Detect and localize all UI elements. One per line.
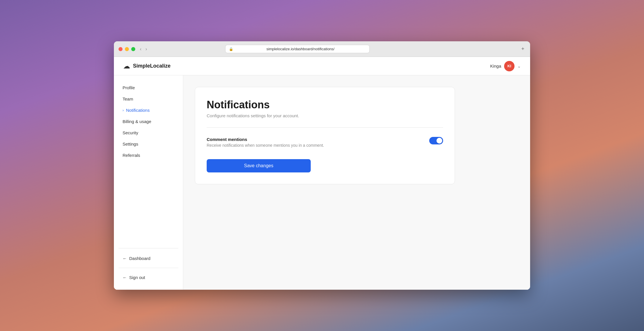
header-right: Kinga KI ⌄ [490, 61, 521, 71]
section-divider [207, 127, 443, 128]
toggle-thumb [436, 138, 442, 144]
sidebar-label-security: Security [123, 130, 138, 135]
sidebar-item-profile[interactable]: Profile [119, 82, 178, 93]
browser-actions: + [520, 45, 525, 53]
back-button[interactable]: ‹ [139, 46, 143, 52]
browser-window: ‹ › 🔒 simplelocalize.io/dashboard/notifi… [114, 41, 530, 290]
sidebar-label-referrals: Referrals [123, 153, 140, 158]
dashboard-arrow-icon: ← [123, 256, 127, 261]
sidebar: Profile Team › Notifications Billing & u… [114, 75, 183, 290]
address-bar[interactable]: 🔒 simplelocalize.io/dashboard/notificati… [225, 45, 370, 53]
page-title: Notifications [207, 99, 443, 111]
sidebar-item-billing[interactable]: Billing & usage [119, 116, 178, 127]
sidebar-footer: ← Dashboard ← Sign out [119, 253, 178, 283]
sidebar-label-notifications: Notifications [126, 108, 150, 113]
sidebar-label-profile: Profile [123, 85, 135, 90]
app-window: ☁ SimpleLocalize Kinga KI ⌄ Profile Team [114, 57, 530, 290]
notification-title: Comment mentions [207, 137, 429, 142]
sidebar-label-settings: Settings [123, 142, 138, 146]
toggle-track [429, 137, 443, 144]
user-avatar[interactable]: KI [504, 61, 515, 71]
content-card: Notifications Configure notifications se… [195, 87, 455, 184]
app-logo: ☁ SimpleLocalize [123, 62, 171, 70]
user-name-label: Kinga [490, 64, 501, 68]
sidebar-item-security[interactable]: Security [119, 127, 178, 138]
notification-desc: Receive notifications when someone menti… [207, 143, 429, 148]
logo-icon: ☁ [123, 62, 130, 70]
toggle-container[interactable] [429, 137, 443, 144]
sidebar-item-notifications[interactable]: › Notifications [119, 105, 178, 116]
forward-button[interactable]: › [144, 46, 148, 52]
sidebar-item-signout[interactable]: ← Sign out [119, 272, 178, 283]
lock-icon: 🔒 [229, 47, 233, 51]
app-header: ☁ SimpleLocalize Kinga KI ⌄ [114, 57, 530, 75]
notification-row-comment-mentions: Comment mentions Receive notifications w… [207, 135, 443, 150]
sidebar-item-settings[interactable]: Settings [119, 139, 178, 149]
sidebar-label-billing: Billing & usage [123, 119, 151, 124]
comment-mentions-toggle[interactable] [429, 137, 443, 144]
page-subtitle: Configure notifications settings for you… [207, 113, 443, 118]
notification-info: Comment mentions Receive notifications w… [207, 137, 429, 148]
sidebar-item-referrals[interactable]: Referrals [119, 150, 178, 161]
nav-buttons: ‹ › [139, 46, 148, 52]
sidebar-footer-divider [119, 268, 178, 268]
maximize-button[interactable] [131, 47, 135, 51]
app-body: Profile Team › Notifications Billing & u… [114, 75, 530, 290]
sidebar-label-signout: Sign out [129, 275, 145, 280]
save-changes-button[interactable]: Save changes [207, 159, 311, 172]
sidebar-item-dashboard[interactable]: ← Dashboard [119, 253, 178, 264]
chevron-right-icon: › [123, 108, 124, 112]
close-button[interactable] [119, 47, 123, 51]
signout-arrow-icon: ← [123, 275, 127, 280]
logo-text: SimpleLocalize [133, 63, 171, 69]
traffic-lights [119, 47, 135, 51]
sidebar-label-team: Team [123, 96, 133, 101]
browser-chrome: ‹ › 🔒 simplelocalize.io/dashboard/notifi… [114, 41, 530, 57]
chevron-down-icon[interactable]: ⌄ [517, 64, 521, 68]
sidebar-divider [119, 248, 178, 248]
sidebar-item-team[interactable]: Team [119, 94, 178, 104]
sidebar-nav: Profile Team › Notifications Billing & u… [119, 82, 178, 243]
url-text: simplelocalize.io/dashboard/notification… [235, 47, 366, 51]
minimize-button[interactable] [125, 47, 129, 51]
sidebar-label-dashboard: Dashboard [129, 256, 150, 261]
new-tab-button[interactable]: + [520, 45, 525, 53]
main-content: Notifications Configure notifications se… [183, 75, 530, 290]
